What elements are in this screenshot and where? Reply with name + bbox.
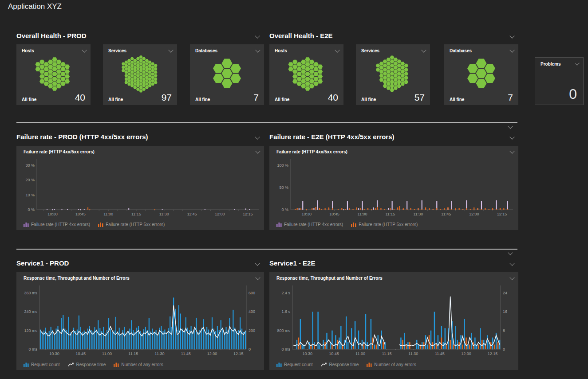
- chevron-down-icon[interactable]: [421, 47, 426, 52]
- bar-chart-icon: [367, 362, 372, 367]
- legend-label: Response time: [76, 362, 106, 367]
- line-chart-icon: [321, 362, 327, 367]
- svg-text:11:45: 11:45: [187, 212, 197, 216]
- svg-text:12:00: 12:00: [215, 212, 225, 216]
- svg-text:10:45: 10:45: [76, 352, 86, 356]
- health-tile-databases-prod[interactable]: Databases All fine7: [190, 44, 264, 105]
- failure-rate-e2e-tile[interactable]: Failure rate (HTTP 4xx/5xx errors) 100 %…: [269, 146, 518, 230]
- tile-label: Services: [361, 48, 379, 53]
- legend-item-5xx[interactable]: Failure rate (HTTP 5xx errors): [351, 222, 418, 227]
- chevron-down-icon[interactable]: [335, 47, 339, 52]
- bar-chart-icon: [98, 222, 103, 227]
- svg-text:11:15: 11:15: [131, 212, 141, 216]
- count-value: 7: [253, 93, 259, 102]
- chevron-down-icon[interactable]: [255, 33, 260, 38]
- svg-text:10:30: 10:30: [49, 352, 59, 356]
- count-value: 7: [508, 93, 513, 102]
- health-tile-services-prod[interactable]: Services All fine97: [103, 44, 177, 105]
- legend-label: Request count: [31, 362, 60, 367]
- honeycomb-databases-prod: [194, 55, 260, 92]
- chevron-down-icon[interactable]: [509, 275, 514, 280]
- section-title-service-prod: Service1 - PROD: [16, 259, 69, 267]
- svg-text:10:30: 10:30: [303, 352, 313, 356]
- svg-text:240 ms: 240 ms: [24, 309, 37, 314]
- legend-item-4xx[interactable]: Failure rate (HTTP 4xx errors): [24, 222, 90, 227]
- svg-text:11:00: 11:00: [355, 352, 365, 356]
- legend-item-response-time[interactable]: Response time: [321, 362, 359, 367]
- legend-item-request-count[interactable]: Request count: [24, 362, 60, 367]
- honeycomb-databases-e2e: [449, 55, 514, 92]
- chevron-down-icon[interactable]: [509, 134, 514, 139]
- chevron-down-icon[interactable]: [508, 250, 513, 255]
- svg-text:2.4 s: 2.4 s: [281, 291, 290, 295]
- service1-prod-tile[interactable]: Response time, Throughput and Number of …: [16, 272, 264, 370]
- legend-item-request-count[interactable]: Request count: [276, 362, 313, 367]
- chevron-down-icon[interactable]: [168, 47, 173, 52]
- status-text: All fine: [361, 97, 376, 102]
- svg-text:0 ms: 0 ms: [28, 347, 37, 352]
- tile-label: Problems: [541, 62, 561, 66]
- status-text: All fine: [108, 97, 123, 102]
- health-tile-hosts-e2e[interactable]: Hosts All fine40: [269, 44, 343, 105]
- health-tile-hosts-prod[interactable]: Hosts All fine40: [16, 44, 91, 105]
- svg-text:120 ms: 120 ms: [24, 328, 37, 333]
- bar-chart-icon: [276, 362, 282, 367]
- svg-text:11:15: 11:15: [382, 352, 392, 356]
- chevron-down-icon[interactable]: [255, 275, 260, 280]
- line-chart-icon: [68, 362, 74, 367]
- chevron-down-icon[interactable]: [255, 134, 260, 139]
- chevron-down-icon[interactable]: [509, 47, 514, 52]
- svg-text:200: 200: [249, 328, 255, 333]
- service1-e2e-plot: 2.4 s1.6 s800 ms0 ms24168010:3010:4511:0…: [273, 284, 516, 358]
- chevron-down-icon[interactable]: [508, 124, 513, 129]
- status-text: All fine: [450, 97, 464, 102]
- svg-text:10:45: 10:45: [329, 352, 339, 356]
- svg-text:10 %: 10 %: [25, 193, 35, 197]
- svg-text:12:15: 12:15: [488, 352, 498, 356]
- legend-item-5xx[interactable]: Failure rate (HTTP 5xx errors): [98, 222, 165, 227]
- section-divider: [16, 122, 517, 123]
- section-title-service-e2e: Service1 - E2E: [269, 259, 315, 267]
- count-value: 40: [75, 93, 85, 102]
- status-text: All fine: [275, 97, 289, 102]
- legend-item-errors[interactable]: Number of any errors: [367, 362, 416, 367]
- tile-label: Databases: [450, 48, 472, 53]
- svg-text:11:30: 11:30: [155, 352, 165, 356]
- legend-item-4xx[interactable]: Failure rate (HTTP 4xx errors): [276, 222, 343, 227]
- svg-text:30 %: 30 %: [25, 163, 35, 168]
- svg-text:12:15: 12:15: [497, 212, 507, 216]
- problems-tile[interactable]: Problems 0: [535, 57, 584, 105]
- svg-text:12:15: 12:15: [243, 212, 253, 216]
- svg-text:20 %: 20 %: [25, 178, 35, 182]
- svg-text:10:30: 10:30: [301, 212, 312, 216]
- legend-item-errors[interactable]: Number of any errors: [114, 362, 163, 367]
- failure-rate-prod-tile[interactable]: Failure rate (HTTP 4xx/5xx errors) 30 %2…: [16, 146, 264, 230]
- tile-label: Hosts: [275, 48, 287, 53]
- tile-label: Services: [108, 48, 126, 53]
- svg-text:0 ms: 0 ms: [281, 347, 290, 352]
- chevron-down-icon[interactable]: [509, 261, 514, 266]
- svg-text:10:45: 10:45: [75, 212, 86, 216]
- svg-text:24: 24: [503, 291, 507, 295]
- chevron-down-icon[interactable]: [82, 47, 87, 52]
- health-tile-databases-e2e[interactable]: Databases All fine7: [444, 44, 518, 105]
- service1-e2e-tile[interactable]: Response time, Throughput and Number of …: [269, 272, 518, 370]
- tile-label: Databases: [195, 48, 217, 53]
- chevron-down-icon[interactable]: [255, 261, 260, 266]
- svg-text:0: 0: [249, 347, 251, 352]
- chevron-down-icon[interactable]: [255, 47, 260, 52]
- chevron-down-icon[interactable]: [255, 148, 260, 153]
- chart-title: Failure rate (HTTP 4xx/5xx errors): [276, 149, 347, 154]
- chart-title: Response time, Throughput and Number of …: [276, 276, 383, 281]
- svg-text:12:00: 12:00: [461, 352, 471, 356]
- health-tile-services-e2e[interactable]: Services All fine57: [356, 44, 430, 105]
- svg-text:10:30: 10:30: [47, 212, 58, 216]
- svg-text:11:45: 11:45: [441, 212, 451, 216]
- section-divider: [16, 249, 517, 250]
- legend-item-response-time[interactable]: Response time: [68, 362, 106, 367]
- svg-text:12:00: 12:00: [469, 212, 479, 216]
- chevron-down-icon[interactable]: [509, 148, 514, 153]
- svg-text:10:45: 10:45: [329, 212, 339, 216]
- svg-text:100 %: 100 %: [277, 163, 288, 168]
- chevron-down-icon[interactable]: [509, 33, 514, 38]
